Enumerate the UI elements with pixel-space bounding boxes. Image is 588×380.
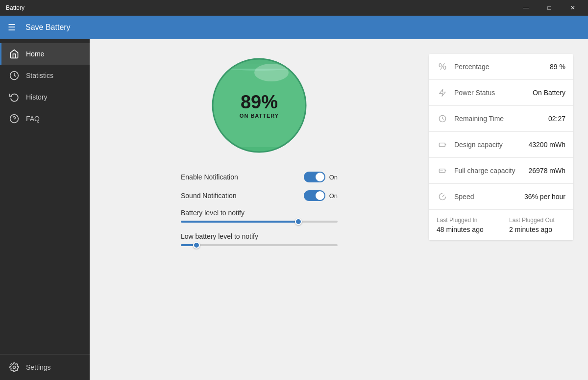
stat-value-speed: 36% per hour [524, 193, 565, 201]
plugged-in-value: 48 minutes ago [437, 226, 493, 233]
battery-status-display: ON BATTERY [240, 113, 279, 119]
sidebar-bottom: Settings [0, 354, 90, 380]
stat-value-design: 43200 mWh [529, 141, 565, 149]
plugged-out-label: Last Plugged Out [509, 217, 565, 224]
stat-name-power: Power Status [454, 89, 533, 97]
close-button[interactable]: ✕ [562, 0, 584, 16]
left-panel: 89% ON BATTERY Enable Notification On So… [104, 54, 414, 365]
stat-row-fullcharge: Full charge capacity 26978 mWh [429, 158, 573, 184]
low-battery-track [181, 244, 338, 246]
stat-name-fullcharge: Full charge capacity [454, 167, 529, 175]
svg-rect-13 [439, 143, 445, 147]
battery-level-fill [181, 221, 298, 223]
sidebar-item-history-label: History [26, 93, 48, 101]
statistics-icon [9, 71, 19, 80]
plugged-row: Last Plugged In 48 minutes ago Last Plug… [429, 210, 573, 240]
sidebar-item-home-label: Home [26, 50, 44, 58]
plugged-out-cell: Last Plugged Out 2 minutes ago [501, 210, 573, 240]
stat-row-design: Design capacity 43200 mWh [429, 132, 573, 158]
stat-name-percentage: Percentage [454, 63, 550, 71]
window-controls: — □ ✕ [514, 0, 584, 16]
battery-design-icon [437, 139, 448, 151]
battery-percent-display: 89% [240, 92, 279, 113]
sidebar-item-settings-label: Settings [26, 363, 51, 371]
title-bar-left: Battery [6, 4, 24, 11]
enable-notification-label: Enable Notification [181, 173, 238, 181]
sidebar-item-home[interactable]: Home [0, 43, 90, 65]
sidebar-item-faq-label: FAQ [26, 115, 40, 123]
battery-full-icon [437, 165, 448, 177]
battery-level-thumb[interactable] [295, 218, 302, 225]
main-content: 89% ON BATTERY Enable Notification On So… [90, 39, 588, 380]
sidebar-item-faq[interactable]: FAQ [0, 108, 90, 129]
speed-icon [437, 191, 448, 203]
home-icon [9, 49, 19, 59]
sound-notification-toggle[interactable] [304, 190, 325, 201]
svg-marker-11 [440, 89, 445, 96]
sidebar-item-history[interactable]: History [0, 86, 90, 108]
app-header: ☰ Save Battery [0, 16, 588, 39]
sidebar-item-statistics[interactable]: Statistics [0, 65, 90, 86]
app-body: Home Statistics Histor [0, 39, 588, 380]
sound-notification-toggle-group: On [304, 190, 338, 201]
enable-notification-toggle-group: On [304, 172, 338, 182]
sound-notification-value: On [329, 192, 338, 200]
svg-point-3 [13, 366, 16, 369]
stat-row-speed: Speed 36% per hour [429, 184, 573, 210]
hamburger-icon[interactable]: ☰ [8, 22, 16, 33]
stat-row-power: Power Status On Battery [429, 80, 573, 106]
title-bar: Battery — □ ✕ [0, 0, 588, 16]
app-header-title: Save Battery [25, 23, 71, 32]
stat-value-time: 02:27 [548, 115, 565, 123]
stat-value-percentage: 89 % [550, 63, 565, 71]
battery-level-label: Battery level to notify [181, 209, 338, 217]
sidebar: Home Statistics Histor [0, 39, 90, 380]
low-battery-thumb[interactable] [193, 242, 200, 249]
battery-level-track [181, 221, 338, 223]
stat-name-design: Design capacity [454, 141, 529, 149]
sound-notification-label: Sound Notification [181, 192, 237, 200]
stat-row-percentage: % Percentage 89 % [429, 54, 573, 80]
app-name: Battery [6, 4, 24, 11]
enable-notification-value: On [329, 174, 338, 181]
battery-circle-container: 89% ON BATTERY [208, 54, 311, 157]
enable-notification-row: Enable Notification On [181, 172, 338, 182]
stat-name-speed: Speed [454, 193, 524, 201]
plugged-in-cell: Last Plugged In 48 minutes ago [429, 210, 501, 240]
sound-notification-row: Sound Notification On [181, 190, 338, 201]
maximize-button[interactable]: □ [538, 0, 561, 16]
settings-icon [9, 362, 19, 372]
percent-icon: % [437, 61, 448, 73]
faq-icon [9, 114, 19, 124]
battery-text-overlay: 89% ON BATTERY [240, 92, 279, 119]
history-icon [9, 92, 19, 102]
stat-name-time: Remaining Time [454, 115, 548, 123]
plugged-in-label: Last Plugged In [437, 217, 493, 224]
enable-notification-toggle[interactable] [304, 172, 325, 182]
stats-card: % Percentage 89 % Power Status On Batter… [429, 54, 573, 240]
clock-icon [437, 113, 448, 125]
low-battery-slider-row: Low battery level to notify [181, 232, 338, 246]
sidebar-item-statistics-label: Statistics [26, 72, 53, 79]
stat-row-time: Remaining Time 02:27 [429, 106, 573, 132]
plugged-out-value: 2 minutes ago [509, 226, 565, 233]
stat-value-fullcharge: 26978 mWh [529, 167, 565, 175]
sidebar-item-settings[interactable]: Settings [0, 356, 90, 378]
right-panel: % Percentage 89 % Power Status On Batter… [429, 54, 573, 365]
power-icon [437, 87, 448, 99]
sidebar-nav: Home Statistics Histor [0, 39, 90, 354]
stat-value-power: On Battery [533, 89, 565, 97]
low-battery-label: Low battery level to notify [181, 232, 338, 240]
controls-section: Enable Notification On Sound Notificatio… [181, 172, 338, 256]
battery-level-slider-row: Battery level to notify [181, 209, 338, 223]
minimize-button[interactable]: — [514, 0, 537, 16]
